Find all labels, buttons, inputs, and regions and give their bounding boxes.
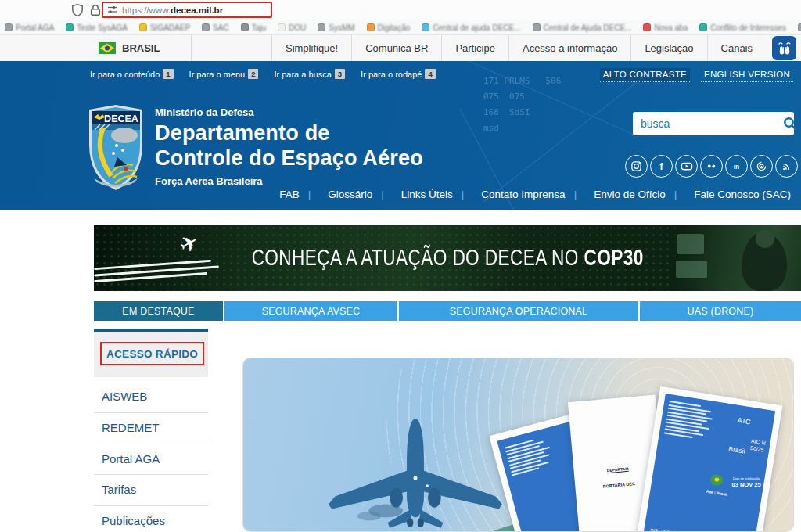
nav-link-fab[interactable]: FAB	[271, 189, 308, 200]
lock-icon[interactable]	[88, 3, 102, 17]
youtube-icon[interactable]	[675, 155, 698, 178]
linkedin-icon[interactable]: in	[725, 155, 748, 178]
govbr-link-canais[interactable]: Canais	[707, 35, 766, 61]
govbr-link-comunica[interactable]: Comunica BR	[351, 35, 441, 61]
bookmark-item[interactable]: Nova aba	[643, 23, 688, 32]
search-button[interactable]	[782, 116, 798, 131]
sidebar-item-portal-aga[interactable]: Portal AGA	[94, 444, 208, 476]
search-box	[633, 112, 794, 135]
operator-photo	[670, 225, 801, 291]
tab-em-destaque[interactable]: EM DESTAQUE	[94, 301, 223, 321]
sidebar-item-redemet[interactable]: REDEMET	[94, 413, 208, 444]
bookmark-item[interactable]: Conflito de Interesses	[699, 23, 786, 32]
aic-brasil: Brasil	[728, 445, 746, 455]
govbr-link-acesso-informacao[interactable]: Acesso à informação	[508, 35, 630, 61]
header-brand-text: Ministério da Defesa Departamento deCont…	[155, 106, 423, 187]
bookmark-item[interactable]: Vigilante II	[798, 23, 801, 32]
bookmark-item[interactable]: Digitação	[367, 23, 411, 32]
bookmark-item[interactable]: Teste SysAGA	[66, 23, 127, 32]
instagram-icon[interactable]	[625, 155, 648, 178]
brasil-brand-link[interactable]: BRASIL	[99, 35, 192, 61]
favicon-icon	[202, 23, 210, 31]
sidebar-title: ACESSO RÁPIDO	[106, 348, 198, 360]
threads-icon[interactable]	[750, 155, 773, 178]
aim-brasil-logo: AIM | Brasil	[706, 489, 727, 497]
svg-text:f: f	[659, 161, 663, 172]
bookmark-item[interactable]: SAC	[202, 23, 229, 32]
decea-logo[interactable]: DECEA	[88, 104, 144, 192]
aic-number: AIC N50/25	[749, 437, 766, 454]
sidebar-item-aisweb[interactable]: AISWEB	[94, 382, 208, 413]
tab-seguranca-operacional[interactable]: SEGURANÇA OPERACIONAL	[399, 301, 638, 321]
tab-seguranca-avsec[interactable]: SEGURANÇA AVSEC	[224, 301, 397, 321]
brasil-label: BRASIL	[122, 42, 160, 54]
svg-text:in: in	[734, 163, 739, 171]
site-title: Departamento deControle do Espaço Aéreo	[155, 121, 423, 171]
sidebar-header: ACESSO RÁPIDO	[94, 329, 208, 377]
header-tools: ALTO CONTRASTE ENGLISH VERSION	[600, 68, 793, 82]
govbr-bar: BRASIL Simplifique! Comunica BR Particip…	[0, 35, 801, 61]
bookmark-item[interactable]: Portal AGA	[5, 23, 54, 32]
govbr-link-simplifique[interactable]: Simplifique!	[271, 35, 351, 61]
favicon-icon	[66, 23, 74, 31]
ministry-label: Ministério da Defesa	[155, 106, 423, 118]
bookmark-item[interactable]: SysMM	[318, 23, 354, 32]
govbr-link-legislacao[interactable]: Legislação	[630, 35, 706, 61]
rss-icon[interactable]	[775, 155, 798, 178]
favicon-icon	[367, 23, 375, 31]
skip-link-menu[interactable]: Ir para o menu2	[189, 69, 259, 79]
social-links: f in	[625, 155, 798, 178]
brazil-map-icon	[709, 473, 724, 486]
address-bar annotation-box-url[interactable]: https://www.decea.mil.br	[102, 2, 272, 18]
brazil-flag-icon	[99, 42, 116, 54]
bookmark-item[interactable]: DOU	[278, 23, 306, 32]
skip-link-rodape[interactable]: Ir para o rodapé4	[361, 69, 436, 79]
radar-background-art: 171 PRLMS 506 Ø75 075 168 SdSI msd	[438, 69, 696, 206]
search-input[interactable]	[641, 117, 782, 130]
sidebar-item-publicacoes-decea[interactable]: Publicações DECEA	[94, 506, 180, 532]
bookmark-item[interactable]: Taju	[241, 23, 266, 32]
annotation-box-acesso-rapido: ACESSO RÁPIDO	[100, 342, 204, 365]
bookmark-item[interactable]: SIGADAEP	[139, 23, 190, 32]
facebook-icon[interactable]: f	[650, 155, 673, 178]
sidebar-item-tarifas[interactable]: Tarifas	[94, 475, 208, 506]
aic-impl-line: IMPLEMENTAÇÃO...	[650, 527, 692, 532]
favicon-icon	[422, 23, 429, 31]
force-label: Força Aérea Brasileira	[155, 175, 423, 187]
nav-link-envio-oficio[interactable]: Envio de Ofício	[574, 189, 674, 200]
url-text[interactable]: https://www.decea.mil.br	[122, 5, 223, 15]
nav-link-fale-conosco[interactable]: Fale Conosco (SAC)	[674, 189, 799, 200]
alto-contraste-button[interactable]: ALTO CONTRASTE	[600, 68, 690, 82]
skip-link-conteudo[interactable]: Ir para o conteúdo1	[90, 69, 174, 79]
govbr-link-participe[interactable]: Participe	[441, 35, 508, 61]
nav-link-contato-imprensa[interactable]: Contato Imprensa	[462, 189, 574, 200]
sidebar-list: AISWEB REDEMET Portal AGA Tarifas Public…	[94, 382, 208, 532]
bookmark-item[interactable]: Central de ajuda DECE...	[422, 23, 520, 32]
favicon-icon	[798, 23, 801, 31]
page: https://www.decea.mil.br Portal AGA Test…	[0, 0, 801, 532]
search-icon	[782, 116, 798, 131]
skip-links: Ir para o conteúdo1 Ir para o menu2 Ir p…	[90, 69, 436, 79]
vlibras-accessibility-button[interactable]	[772, 36, 796, 60]
featured-news-card[interactable]: DEPARTAM PORTARIA DEC AIC Brasil AIC N50…	[242, 358, 794, 532]
section-tabs: EM DESTAQUE SEGURANÇA AVSEC SEGURANÇA OP…	[94, 301, 801, 321]
header-nav: FAB Glossário Links Úteis Contato Impren…	[271, 189, 799, 200]
nav-link-links-uteis[interactable]: Links Úteis	[381, 189, 462, 200]
flickr-icon[interactable]	[700, 155, 723, 178]
tab-uas-drone[interactable]: UAS (DRONE)	[640, 301, 801, 321]
favicon-icon	[318, 23, 325, 31]
english-version-link[interactable]: ENGLISH VERSION	[701, 68, 793, 82]
favicon-icon	[241, 23, 249, 31]
browser-toolbar: https://www.decea.mil.br	[0, 0, 801, 20]
nav-link-glossario[interactable]: Glossário	[308, 189, 382, 200]
skip-link-busca[interactable]: Ir para a busca3	[274, 69, 345, 79]
cop30-banner[interactable]: ✈ CONHEÇA A ATUAÇÃO DO DECEA NO COP30	[94, 225, 801, 291]
bookmarks-bar: Portal AGA Teste SysAGA SIGADAEP SAC Taj…	[0, 20, 801, 35]
tune-icon[interactable]	[106, 4, 118, 16]
favicon-icon	[139, 23, 147, 31]
bookmark-item[interactable]: Central de Ajuda DECE...	[533, 23, 632, 32]
shield-icon[interactable]	[70, 3, 84, 17]
favicon-icon	[699, 23, 707, 31]
favicon-icon	[278, 23, 286, 31]
favicon-icon	[5, 23, 13, 31]
